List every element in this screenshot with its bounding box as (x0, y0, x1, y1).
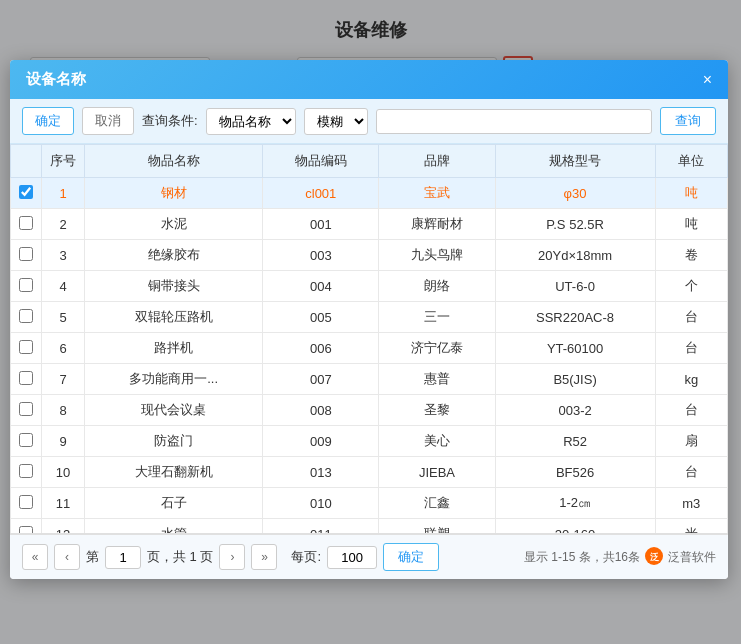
row-brand: 联塑 (379, 519, 495, 535)
table-row[interactable]: 12水管011联塑20-160米 (11, 519, 728, 535)
page-suffix: 页，共 1 页 (147, 548, 213, 566)
row-checkbox[interactable] (19, 278, 33, 292)
row-seq: 11 (42, 488, 85, 519)
table-header: 序号 物品名称 物品编码 品牌 规格型号 单位 (11, 145, 728, 178)
row-unit: 吨 (655, 209, 727, 240)
row-code: 003 (263, 240, 379, 271)
row-checkbox[interactable] (19, 309, 33, 323)
prev-page-button[interactable]: ‹ (54, 544, 80, 570)
row-unit: 台 (655, 333, 727, 364)
row-code: 013 (263, 457, 379, 488)
table-row[interactable]: 9防盗门009美心R52扇 (11, 426, 728, 457)
row-spec: YT-60100 (495, 333, 655, 364)
row-checkbox-cell (11, 333, 42, 364)
row-checkbox-cell (11, 488, 42, 519)
row-checkbox-cell (11, 519, 42, 535)
row-checkbox[interactable] (19, 495, 33, 509)
table-row[interactable]: 1钢材cl001宝武φ30吨 (11, 178, 728, 209)
table-row[interactable]: 8现代会议桌008圣黎003-2台 (11, 395, 728, 426)
header-brand: 品牌 (379, 145, 495, 178)
row-unit: 卷 (655, 240, 727, 271)
row-checkbox-cell (11, 178, 42, 209)
row-name: 双辊轮压路机 (85, 302, 263, 333)
row-name: 钢材 (85, 178, 263, 209)
header-spec: 规格型号 (495, 145, 655, 178)
row-seq: 2 (42, 209, 85, 240)
next-page-button[interactable]: › (219, 544, 245, 570)
row-spec: SSR220AC-8 (495, 302, 655, 333)
footer-confirm-button[interactable]: 确定 (383, 543, 439, 571)
row-seq: 5 (42, 302, 85, 333)
modal-close-button[interactable]: × (703, 72, 712, 88)
row-name: 水泥 (85, 209, 263, 240)
table-row[interactable]: 7多功能商用一...007惠普B5(JIS)kg (11, 364, 728, 395)
page-number-input[interactable] (105, 546, 141, 569)
row-spec: UT-6-0 (495, 271, 655, 302)
row-spec: 20-160 (495, 519, 655, 535)
row-spec: B5(JIS) (495, 364, 655, 395)
toolbar-cancel-button[interactable]: 取消 (82, 107, 134, 135)
row-unit: 吨 (655, 178, 727, 209)
row-unit: 扇 (655, 426, 727, 457)
row-unit: m3 (655, 488, 727, 519)
table-row[interactable]: 5双辊轮压路机005三一SSR220AC-8台 (11, 302, 728, 333)
row-spec: R52 (495, 426, 655, 457)
row-checkbox[interactable] (19, 371, 33, 385)
table-row[interactable]: 3绝缘胶布003九头鸟牌20Yd×18mm卷 (11, 240, 728, 271)
row-checkbox[interactable] (19, 340, 33, 354)
row-checkbox[interactable] (19, 216, 33, 230)
row-spec: φ30 (495, 178, 655, 209)
table-row[interactable]: 10大理石翻新机013JIEBABF526台 (11, 457, 728, 488)
row-unit: 台 (655, 395, 727, 426)
query-input[interactable] (376, 109, 652, 134)
header-name: 物品名称 (85, 145, 263, 178)
table-row[interactable]: 11石子010汇鑫1-2㎝m3 (11, 488, 728, 519)
svg-text:泛: 泛 (650, 552, 660, 562)
row-checkbox-cell (11, 271, 42, 302)
modal-dialog: 设备名称 × 确定 取消 查询条件: 物品名称 物品编码 品牌 规格型号 模糊 … (10, 60, 728, 579)
table-row[interactable]: 4铜带接头004朗络UT-6-0个 (11, 271, 728, 302)
per-page-label: 每页: (291, 548, 321, 566)
row-code: 004 (263, 271, 379, 302)
header-seq: 序号 (42, 145, 85, 178)
row-code: 001 (263, 209, 379, 240)
brand-icon: 泛 (644, 546, 664, 566)
row-unit: kg (655, 364, 727, 395)
row-brand: 三一 (379, 302, 495, 333)
row-checkbox[interactable] (19, 247, 33, 261)
row-seq: 7 (42, 364, 85, 395)
row-code: 006 (263, 333, 379, 364)
row-code: 007 (263, 364, 379, 395)
row-checkbox[interactable] (19, 464, 33, 478)
table-row[interactable]: 2水泥001康辉耐材P.S 52.5R吨 (11, 209, 728, 240)
items-table: 序号 物品名称 物品编码 品牌 规格型号 单位 1钢材cl001宝武φ30吨2水… (10, 144, 728, 534)
match-select[interactable]: 模糊 精确 (304, 108, 368, 135)
row-code: 005 (263, 302, 379, 333)
toolbar-confirm-button[interactable]: 确定 (22, 107, 74, 135)
field-select[interactable]: 物品名称 物品编码 品牌 规格型号 (206, 108, 296, 135)
row-spec: P.S 52.5R (495, 209, 655, 240)
footer-right: 显示 1-15 条，共16条 泛 泛普软件 (524, 546, 716, 569)
condition-label: 查询条件: (142, 112, 198, 130)
row-spec: 003-2 (495, 395, 655, 426)
row-checkbox[interactable] (19, 185, 33, 199)
brand-logo: 泛 (644, 546, 664, 569)
row-name: 绝缘胶布 (85, 240, 263, 271)
row-checkbox[interactable] (19, 402, 33, 416)
row-seq: 3 (42, 240, 85, 271)
row-checkbox[interactable] (19, 526, 33, 535)
row-name: 大理石翻新机 (85, 457, 263, 488)
table-row[interactable]: 6路拌机006济宁亿泰YT-60100台 (11, 333, 728, 364)
first-page-button[interactable]: « (22, 544, 48, 570)
row-checkbox-cell (11, 302, 42, 333)
row-seq: 10 (42, 457, 85, 488)
last-page-button[interactable]: » (251, 544, 277, 570)
row-checkbox-cell (11, 395, 42, 426)
row-brand: 九头鸟牌 (379, 240, 495, 271)
query-button[interactable]: 查询 (660, 107, 716, 135)
row-name: 防盗门 (85, 426, 263, 457)
row-checkbox[interactable] (19, 433, 33, 447)
per-page-input[interactable] (327, 546, 377, 569)
header-unit: 单位 (655, 145, 727, 178)
modal-footer: « ‹ 第 页，共 1 页 › » 每页: 确定 显示 1-15 条，共16条 … (10, 534, 728, 579)
